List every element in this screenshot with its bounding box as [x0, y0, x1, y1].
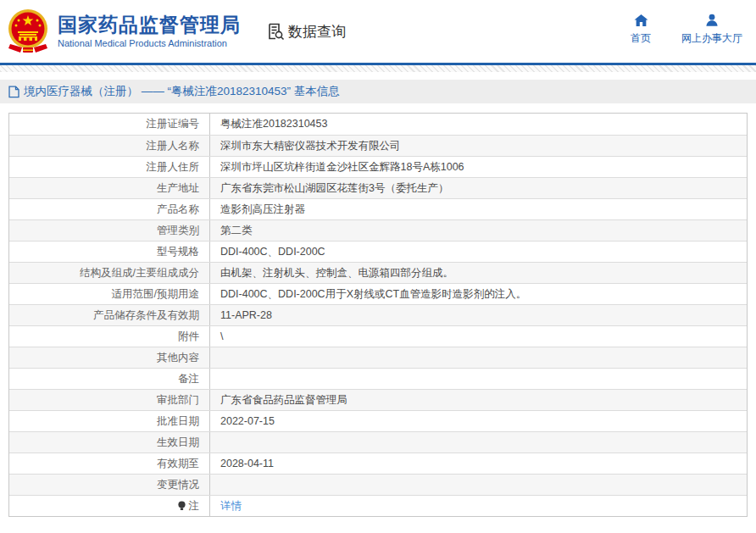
- person-icon: [705, 14, 719, 27]
- table-row: 批准日期 2022-07-15: [9, 410, 747, 431]
- page-title: 境内医疗器械（注册） —— “粤械注准20182310453” 基本信息: [24, 84, 340, 99]
- nav-online-service-hall[interactable]: 网上办事大厅: [681, 14, 742, 46]
- top-nav: 首页 网上办事大厅: [631, 14, 742, 46]
- brand-block: 国家药品监督管理局 National Medical Products Admi…: [58, 14, 241, 48]
- row-value: 第二类: [210, 220, 747, 241]
- row-value: [210, 347, 747, 368]
- table-row: 其他内容: [9, 347, 747, 368]
- brand-subtitle: National Medical Products Administration: [58, 38, 241, 48]
- row-value: 粤械注准20182310453: [210, 114, 747, 135]
- table-row: 审批部门 广东省食品药品监督管理局: [9, 389, 747, 410]
- row-label: 适用范围/预期用途: [9, 284, 210, 304]
- table-row: 注册证编号 粤械注准20182310453: [9, 114, 747, 135]
- page-title-bar: 境内医疗器械（注册） —— “粤械注准20182310453” 基本信息: [0, 80, 756, 103]
- table-row: 注册人名称 深圳市东大精密仪器技术开发有限公司: [9, 135, 747, 156]
- row-label: 生产地址: [9, 178, 210, 198]
- row-value: 造影剂高压注射器: [210, 199, 747, 219]
- row-value: [210, 475, 747, 495]
- nav-online-service-hall-label: 网上办事大厅: [681, 31, 742, 46]
- row-label: 有效期至: [9, 453, 210, 474]
- row-label: 注册人名称: [9, 136, 210, 156]
- national-emblem-logo: [7, 8, 49, 54]
- row-label: 审批部门: [9, 390, 210, 410]
- document-search-icon: [266, 22, 285, 41]
- table-row: 有效期至 2028-04-11: [9, 452, 747, 474]
- table-row: 管理类别 第二类: [9, 219, 747, 241]
- row-label: 产品储存条件及有效期: [9, 305, 210, 325]
- table-row: 生效日期: [9, 431, 747, 452]
- row-label: 管理类别: [9, 220, 210, 241]
- table-row: 备注: [9, 368, 747, 389]
- row-label: 结构及组成/主要组成成分: [9, 263, 210, 283]
- row-value: 广东省东莞市松山湖园区花莲街3号（委托生产）: [210, 178, 747, 198]
- note-details-link[interactable]: 详情: [220, 499, 242, 514]
- row-label: 生效日期: [9, 432, 210, 452]
- row-label: 附件: [9, 326, 210, 347]
- bulb-icon: [177, 501, 186, 511]
- nav-home-label: 首页: [631, 31, 651, 46]
- row-value: \: [210, 326, 747, 347]
- table-row: 适用范围/预期用途 DDI-400C、DDI-200C用于X射线或CT血管造影时…: [9, 283, 747, 304]
- row-label: 变更情况: [9, 475, 210, 495]
- data-query-menu[interactable]: 数据查询: [266, 22, 346, 42]
- row-value: 2022-07-15: [210, 411, 747, 431]
- table-row: 变更情况: [9, 474, 747, 495]
- row-label: 型号规格: [9, 242, 210, 262]
- registration-info-table: 注册证编号 粤械注准20182310453 注册人名称 深圳市东大精密仪器技术开…: [8, 113, 748, 517]
- row-label: 注册证编号: [9, 114, 210, 135]
- row-value: [210, 369, 747, 389]
- data-query-label: 数据查询: [288, 22, 346, 42]
- row-label: 注: [9, 496, 210, 516]
- row-value: 由机架、注射机头、控制盒、电源箱四部分组成。: [210, 263, 747, 283]
- site-header: 国家药品监督管理局 National Medical Products Admi…: [0, 0, 756, 63]
- row-label: 其他内容: [9, 347, 210, 368]
- row-label: 批准日期: [9, 411, 210, 431]
- table-row: 结构及组成/主要组成成分 由机架、注射机头、控制盒、电源箱四部分组成。: [9, 262, 747, 283]
- row-value: 11-APR-28: [210, 305, 747, 325]
- row-value: 2028-04-11: [210, 453, 747, 474]
- row-label: 注册人住所: [9, 157, 210, 177]
- row-value: DDI-400C、DDI-200C: [210, 242, 747, 262]
- row-value: DDI-400C、DDI-200C用于X射线或CT血管造影时造影剂的注入。: [210, 284, 747, 304]
- table-row: 附件 \: [9, 325, 747, 347]
- home-icon: [634, 14, 648, 27]
- table-row: 生产地址 广东省东莞市松山湖园区花莲街3号（委托生产）: [9, 177, 747, 198]
- table-row: 产品储存条件及有效期 11-APR-28: [9, 304, 747, 325]
- note-label: 注: [189, 499, 200, 514]
- table-row: 产品名称 造影剂高压注射器: [9, 198, 747, 219]
- row-value: [210, 432, 747, 452]
- brand-title: 国家药品监督管理局: [58, 14, 241, 36]
- row-label: 备注: [9, 369, 210, 389]
- row-value: 深圳市坪山区坑梓街道金沙社区金辉路18号A栋1006: [210, 157, 747, 177]
- row-value: 广东省食品药品监督管理局: [210, 390, 747, 410]
- row-label: 产品名称: [9, 199, 210, 219]
- hatch-strip: [0, 65, 756, 72]
- row-value: 详情: [210, 496, 747, 516]
- row-value: 深圳市东大精密仪器技术开发有限公司: [210, 136, 747, 156]
- nav-home[interactable]: 首页: [631, 14, 651, 46]
- document-icon: [8, 86, 19, 98]
- table-row: 型号规格 DDI-400C、DDI-200C: [9, 241, 747, 262]
- table-row-note: 注 详情: [9, 495, 747, 516]
- table-row: 注册人住所 深圳市坪山区坑梓街道金沙社区金辉路18号A栋1006: [9, 156, 747, 177]
